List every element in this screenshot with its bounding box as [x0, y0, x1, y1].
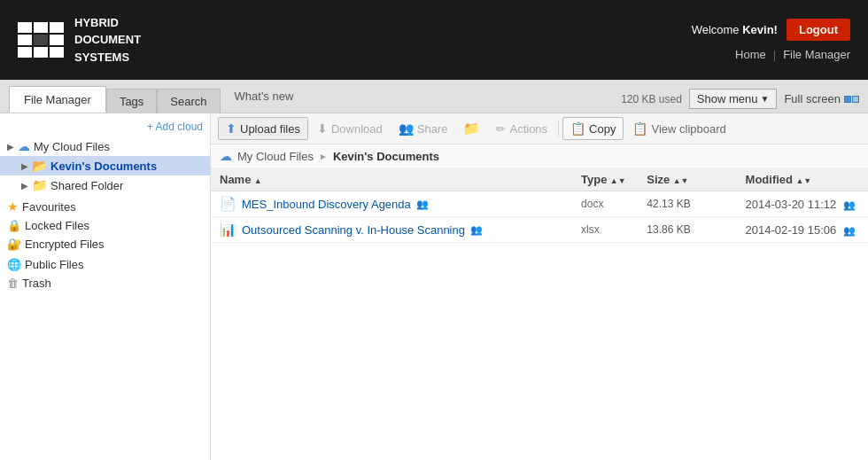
sub-header: File Manager Tags Search What's new 120 …: [0, 80, 868, 113]
file-share-icon: 👥: [843, 199, 856, 210]
share-indicator: 👥: [416, 199, 429, 210]
breadcrumb: ☁ My Cloud Files ► Kevin's Documents: [211, 144, 868, 168]
sort-type-icon: ▲▼: [610, 176, 626, 185]
encrypt-icon: 🔐: [7, 238, 21, 251]
sidebar-encrypted-files-label: Encrypted Files: [25, 238, 105, 251]
sidebar-item-shared-folder[interactable]: ▶ 📁 Shared Folder: [0, 175, 210, 195]
tab-search[interactable]: Search: [157, 89, 220, 113]
logo: HYBRID DOCUMENT SYSTEMS: [18, 14, 141, 66]
share-indicator: 👥: [470, 224, 483, 236]
nav-links: Home | File Manager: [735, 48, 850, 61]
header-right: Welcome Kevin! Logout Home | File Manage…: [692, 19, 850, 61]
expand-icon: ▶: [7, 142, 14, 152]
download-label: Download: [331, 122, 383, 136]
actions-icon: ✏: [496, 122, 506, 136]
copy-button[interactable]: 📋 Copy: [562, 117, 624, 140]
breadcrumb-current: Kevin's Documents: [333, 150, 439, 163]
sidebar-locked-files-label: Locked Files: [25, 219, 89, 232]
sidebar-item-label: My Cloud Files: [34, 140, 110, 153]
tabs: File Manager Tags Search What's new: [9, 80, 307, 113]
nav-file-manager-link[interactable]: File Manager: [783, 48, 850, 61]
share-label: Share: [417, 122, 448, 136]
view-clipboard-label: View clipboard: [651, 122, 725, 136]
download-button[interactable]: ⬇ Download: [310, 118, 390, 139]
sidebar: + Add cloud ▶ ☁ My Cloud Files ▶ 📂 Kevin…: [0, 113, 211, 460]
sidebar-item-locked-files[interactable]: 🔒 Locked Files: [0, 216, 210, 235]
upload-icon: ⬆: [226, 121, 236, 136]
expand-icon3: ▶: [21, 181, 28, 191]
view-clipboard-button[interactable]: 📋 View clipboard: [625, 118, 732, 139]
content: ⬆ Upload files ⬇ Download 👥 Share 📁 ✏ Ac…: [211, 113, 868, 460]
file-size-cell: 42.13 KB: [638, 191, 736, 217]
nav-separator: |: [773, 48, 776, 61]
logo-text: HYBRID DOCUMENT SYSTEMS: [74, 14, 141, 66]
sidebar-public-files-label: Public Files: [25, 258, 83, 271]
col-type[interactable]: Type ▲▼: [572, 168, 638, 191]
clipboard-icon: 📋: [632, 121, 647, 136]
share-button[interactable]: 👥 Share: [391, 118, 455, 139]
sidebar-item-public-files[interactable]: 🌐 Public Files: [0, 255, 210, 274]
add-cloud-button[interactable]: + Add cloud: [147, 121, 203, 133]
copy-icon: 📋: [570, 121, 585, 136]
chevron-down-icon: ▼: [761, 94, 770, 104]
tab-tags[interactable]: Tags: [106, 89, 157, 113]
folder-icon: 📁: [32, 178, 47, 192]
star-icon: ★: [7, 199, 19, 214]
header: HYBRID DOCUMENT SYSTEMS Welcome Kevin! L…: [0, 0, 868, 80]
file-type-icon: 📄: [220, 196, 236, 212]
show-menu-label: Show menu: [697, 92, 758, 105]
breadcrumb-separator: ►: [319, 152, 328, 161]
logout-button[interactable]: Logout: [787, 19, 850, 41]
upload-button[interactable]: ⬆ Upload files: [218, 117, 308, 140]
table-row[interactable]: 📊 Outsourced Scanning v. In-House Scanni…: [211, 217, 868, 243]
public-icon: 🌐: [7, 258, 21, 271]
trash-icon: 🗑: [7, 277, 19, 290]
toolbar: ⬆ Upload files ⬇ Download 👥 Share 📁 ✏ Ac…: [211, 113, 868, 144]
breadcrumb-root-link[interactable]: My Cloud Files: [237, 150, 314, 163]
whats-new-label: What's new: [221, 80, 308, 113]
storage-info: 120 KB used: [621, 93, 682, 105]
col-modified[interactable]: Modified ▲▼: [737, 168, 868, 191]
actions-button[interactable]: ✏ Actions: [489, 119, 554, 139]
file-name: Outsourced Scanning v. In-House Scanning: [242, 223, 465, 237]
cloud-icon: ☁: [18, 139, 30, 153]
fullscreen-label: Full screen: [784, 92, 841, 105]
welcome-text: Welcome Kevin!: [692, 23, 778, 36]
sidebar-item-trash[interactable]: 🗑 Trash: [0, 274, 210, 292]
file-size-cell: 13.86 KB: [638, 217, 736, 243]
logo-icon: [18, 22, 64, 58]
copy-label: Copy: [589, 122, 616, 136]
sort-name-icon: ▲: [254, 176, 262, 185]
sub-header-right: 120 KB used Show menu ▼ Full screen: [621, 89, 859, 113]
actions-label: Actions: [509, 122, 547, 136]
expand-icon2: ▶: [21, 161, 28, 171]
fullscreen-icon: [844, 96, 859, 103]
file-name: MES_Inbound Discovery Agenda: [242, 198, 411, 211]
file-type-cell: docx: [572, 191, 638, 217]
file-type-cell: xlsx: [572, 217, 638, 243]
col-name[interactable]: Name ▲: [211, 168, 572, 191]
new-folder-button[interactable]: 📁: [456, 117, 487, 140]
file-modified: 2014-02-19 15:06: [746, 223, 837, 237]
share-icon: 👥: [399, 121, 414, 136]
col-size[interactable]: Size ▲▼: [638, 168, 736, 191]
nav-home-link[interactable]: Home: [735, 48, 766, 61]
show-menu-button[interactable]: Show menu ▼: [689, 89, 778, 109]
sidebar-item-favourites[interactable]: ★ Favourites: [0, 197, 210, 216]
file-type-icon: 📊: [220, 222, 236, 238]
cloud-breadcrumb-icon: ☁: [220, 149, 232, 163]
sort-modified-icon: ▲▼: [795, 176, 811, 185]
tab-file-manager[interactable]: File Manager: [9, 86, 106, 113]
sidebar-kevins-documents-label: Kevin's Documents: [50, 160, 157, 173]
sidebar-item-encrypted-files[interactable]: 🔐 Encrypted Files: [0, 235, 210, 253]
folder-open-icon: 📂: [32, 159, 47, 173]
sidebar-item-kevins-documents[interactable]: ▶ 📂 Kevin's Documents: [0, 156, 210, 175]
table-row[interactable]: 📄 MES_Inbound Discovery Agenda 👥 docx 42…: [211, 191, 868, 217]
new-folder-icon: 📁: [463, 121, 480, 136]
file-list: Name ▲ Type ▲▼ Size ▲▼ Modified ▲▼: [211, 168, 868, 460]
fullscreen-button[interactable]: Full screen: [784, 92, 859, 105]
lock-icon: 🔒: [7, 219, 21, 232]
sidebar-item-my-cloud-files[interactable]: ▶ ☁ My Cloud Files: [0, 136, 210, 156]
download-icon: ⬇: [317, 121, 328, 136]
main: + Add cloud ▶ ☁ My Cloud Files ▶ 📂 Kevin…: [0, 113, 868, 460]
